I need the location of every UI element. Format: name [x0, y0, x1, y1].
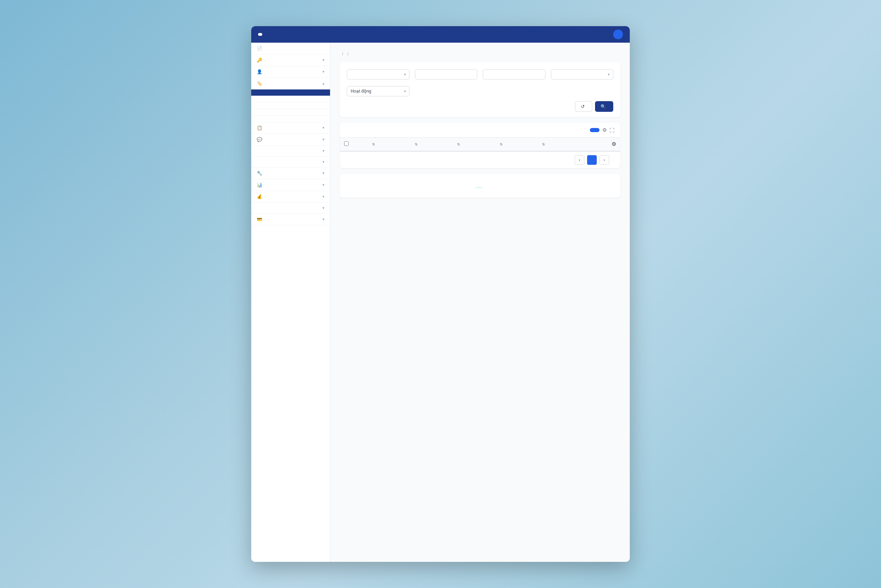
chevron-icon: ▾: [323, 183, 324, 187]
hinh-thuc-select-wrapper: [551, 69, 614, 80]
sidebar-item-quan-ly-kenh[interactable]: 📊 ▾: [251, 179, 330, 191]
chevron-icon: ▾: [323, 206, 324, 210]
app-logo: [258, 33, 262, 36]
chevron-down-icon: ▴: [323, 81, 324, 86]
detail-trang-thai-value: [475, 187, 482, 188]
sidebar-item-quan-ly-cuoc[interactable]: 💰 ▾: [251, 191, 330, 202]
breadcrumb: / /: [340, 52, 620, 56]
hinh-thuc-select[interactable]: [551, 69, 614, 80]
sidebar-item-danh-muc-khuyen-mai[interactable]: [251, 109, 330, 116]
detail-grid: [347, 184, 613, 192]
sort-icon-hinh-thuc[interactable]: ⇅: [500, 142, 503, 146]
filter-actions: ↺ 🔍: [347, 101, 613, 112]
th-checkbox: [340, 138, 353, 151]
tai-nguyen-icon: 🔑: [257, 57, 262, 63]
sidebar-item-cau-hinh-mediation[interactable]: ▾: [251, 146, 330, 156]
filter-group-hinh-thuc: [551, 68, 614, 80]
sidebar: 📄 🔑 ▾ 👤 ▾ 🏷️ ▴: [251, 43, 330, 562]
ma-san-pham-input[interactable]: [483, 69, 545, 80]
chevron-icon: ▾: [323, 171, 324, 176]
sidebar-item-form-mau[interactable]: 📄: [251, 43, 330, 54]
sidebar-item-quan-ly-danh-muc[interactable]: 📋 ▾: [251, 122, 330, 134]
page-1-button[interactable]: [587, 155, 597, 165]
product-table: ⇅ ⇅ ⇅ ⇅: [340, 138, 620, 152]
chevron-icon: ▾: [323, 126, 324, 130]
chevron-icon: ▾: [323, 137, 324, 142]
filter-group-trang-thai: Hoạt động: [347, 84, 410, 96]
chevron-icon: ▾: [323, 194, 324, 199]
th-hinh-thuc: ⇅: [494, 138, 537, 151]
kenh-icon: 📊: [257, 182, 262, 188]
sidebar-item-thanh-toan-cuoc-phi[interactable]: 💳 ▾: [251, 214, 330, 225]
main-content: / /: [330, 43, 630, 562]
sort-icon-ten[interactable]: ⇅: [415, 142, 417, 146]
sms-icon: 💬: [257, 137, 262, 142]
danh-muc-icon: 📋: [257, 125, 262, 130]
sidebar-item-quan-ly-tai-nguyen[interactable]: 🔑 ▾: [251, 54, 330, 66]
user-button[interactable]: [613, 30, 623, 39]
product-catalog-icon: 🏷️: [257, 81, 262, 86]
th-mo-ta: [579, 138, 608, 151]
breadcrumb-sep-1: /: [342, 52, 343, 56]
sidebar-item-product-catalog[interactable]: 🏷️ ▴: [251, 78, 330, 90]
app-header: [251, 26, 630, 43]
add-new-button[interactable]: [590, 128, 599, 132]
th-stt: [353, 138, 366, 151]
filter-group-nhom: [347, 68, 410, 80]
chevron-icon: ▾: [323, 69, 324, 74]
cuoc-icon: 💰: [257, 194, 262, 199]
detail-col-2: [438, 184, 522, 192]
browser-window: 📄 🔑 ▾ 👤 ▾ 🏷️ ▴: [251, 26, 630, 562]
detail-row-trang-thai: [438, 187, 522, 188]
table-header: ⚙ ⛶: [340, 123, 620, 138]
form-mau-icon: 📄: [257, 46, 262, 51]
trang-thai-select[interactable]: Hoạt động: [347, 86, 410, 96]
filter-row-1: [347, 68, 613, 80]
table-actions: ⚙ ⛶: [590, 127, 615, 133]
table-header-row: ⇅ ⇅ ⇅ ⇅: [340, 138, 620, 151]
sidebar-item-cham-soc-khach-hang[interactable]: 👤 ▾: [251, 66, 330, 78]
search-button[interactable]: 🔍: [595, 101, 613, 112]
sort-icon-trang-thai[interactable]: ⇅: [542, 142, 545, 146]
th-ma-san-pham: ⇅: [452, 138, 494, 151]
sidebar-item-tien-ich[interactable]: 🔧 ▾: [251, 168, 330, 179]
sidebar-item-danh-muc-profile-cuoc[interactable]: [251, 96, 330, 102]
nhom-san-pham-select[interactable]: [347, 69, 410, 80]
reset-icon: ↺: [581, 104, 585, 109]
tien-ich-icon: 🔧: [257, 171, 262, 176]
cham-soc-icon: 👤: [257, 69, 262, 74]
expand-icon[interactable]: ⛶: [609, 127, 615, 133]
settings-icon[interactable]: ⚙: [602, 127, 607, 133]
breadcrumb-sep-2: /: [347, 52, 348, 56]
select-all-checkbox[interactable]: [344, 141, 349, 146]
sidebar-item-log-he-thong[interactable]: ▾: [251, 202, 330, 214]
detail-col-3: [529, 184, 613, 192]
sort-icon-nhom[interactable]: ⇅: [372, 142, 375, 146]
th-nhom-san-pham: ⇅: [366, 138, 409, 151]
filter-row-2: Hoạt động: [347, 84, 613, 96]
sidebar-item-quan-ly-tien-trinh[interactable]: ▾: [251, 156, 330, 168]
chevron-icon: ▾: [323, 58, 324, 62]
sidebar-item-danh-muc-dich-vu[interactable]: [251, 102, 330, 109]
th-trang-thai: ⇅: [537, 138, 579, 151]
col-settings-icon: ⚙: [612, 141, 616, 147]
sidebar-item-danh-muc-product-catalog[interactable]: [251, 116, 330, 122]
ten-san-pham-input[interactable]: [415, 69, 478, 80]
next-page-button[interactable]: ›: [599, 155, 609, 165]
table-card: ⚙ ⛶: [340, 123, 620, 168]
search-icon: 🔍: [600, 104, 606, 109]
prev-page-button[interactable]: ‹: [575, 155, 584, 165]
filter-group-ten: [415, 68, 478, 80]
sidebar-item-danh-muc-san-pham[interactable]: [251, 90, 330, 96]
th-actions: ⚙: [608, 138, 620, 151]
thanh-toan-icon: 💳: [257, 217, 262, 222]
filter-group-ma: [483, 68, 545, 80]
reset-button[interactable]: ↺: [575, 101, 592, 112]
nhom-san-pham-select-wrapper: [347, 69, 410, 80]
pagination-row: ‹ ›: [340, 152, 620, 168]
app-body: 📄 🔑 ▾ 👤 ▾ 🏷️ ▴: [251, 43, 630, 562]
sidebar-item-cau-hinh-sms-gateway[interactable]: 💬 ▾: [251, 134, 330, 146]
sort-icon-ma[interactable]: ⇅: [457, 142, 460, 146]
chevron-icon: ▾: [323, 217, 324, 222]
detail-col-1: [347, 184, 431, 192]
